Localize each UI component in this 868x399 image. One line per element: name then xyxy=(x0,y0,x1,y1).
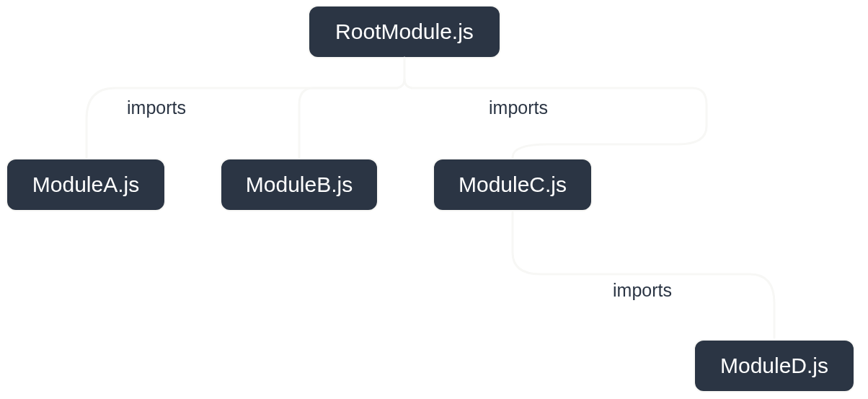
edge-label-c-to-d: imports xyxy=(613,280,672,301)
edge-label-root-to-c: imports xyxy=(489,97,548,118)
node-root-module: RootModule.js xyxy=(308,5,501,58)
node-module-c: ModuleC.js xyxy=(433,158,593,211)
node-module-b: ModuleB.js xyxy=(220,158,378,211)
node-module-d: ModuleD.js xyxy=(694,339,855,393)
node-module-a: ModuleA.js xyxy=(6,158,166,211)
edge-label-root-to-a: imports xyxy=(127,97,186,118)
